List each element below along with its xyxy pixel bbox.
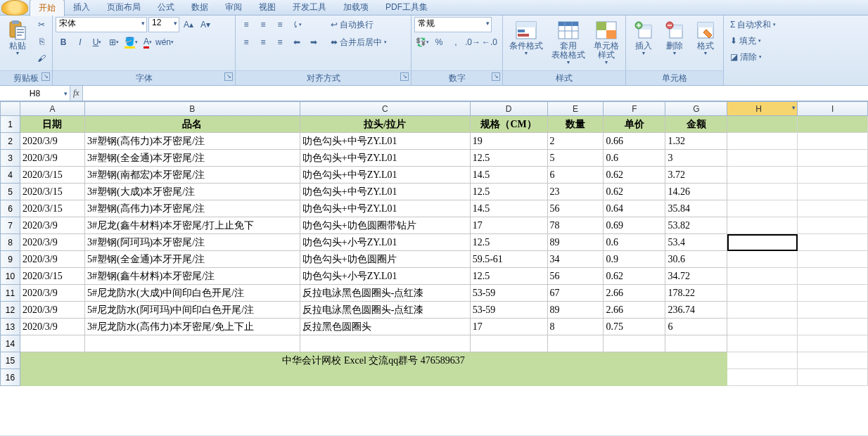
data-cell[interactable]: 12.5 <box>470 268 547 285</box>
data-cell[interactable]: 0.69 <box>604 217 665 234</box>
data-cell[interactable]: 12.5 <box>470 150 547 167</box>
data-cell[interactable]: 叻色勾头+小号ZY.L01 <box>300 268 470 285</box>
data-cell[interactable]: 6 <box>547 167 604 184</box>
cell[interactable] <box>84 335 300 352</box>
cell[interactable] <box>470 335 547 352</box>
decrease-decimal-button[interactable]: ←.0 <box>482 34 497 50</box>
data-cell[interactable]: 89 <box>547 302 604 319</box>
data-cell[interactable]: 89 <box>547 234 604 251</box>
data-cell[interactable]: 叻色勾头+中号ZY.L01 <box>300 167 470 184</box>
delete-cells-button[interactable]: 删除▼ <box>660 17 689 58</box>
data-cell[interactable]: 17 <box>470 217 547 234</box>
data-cell[interactable]: 34.72 <box>665 268 727 285</box>
cell[interactable] <box>798 133 868 150</box>
data-cell[interactable]: 14.26 <box>665 184 727 200</box>
cell[interactable] <box>727 352 798 369</box>
cell[interactable] <box>798 285 868 302</box>
row-header-3[interactable]: 3 <box>1 150 20 167</box>
data-cell[interactable]: 叻色勾头+叻色圆圈片 <box>300 251 470 268</box>
data-cell[interactable]: 2020/3/15 <box>20 167 84 184</box>
cell[interactable] <box>798 319 868 335</box>
data-cell[interactable]: 12.5 <box>470 234 547 251</box>
align-left-button[interactable]: ≡ <box>238 34 254 50</box>
increase-decimal-button[interactable]: .0→ <box>465 34 480 50</box>
data-cell[interactable]: 3.72 <box>665 167 727 184</box>
cell[interactable] <box>547 335 604 352</box>
cell[interactable] <box>727 335 798 352</box>
data-cell[interactable]: 19 <box>470 133 547 150</box>
italic-button[interactable]: I <box>72 34 88 50</box>
orientation-button[interactable]: ⤹▾ <box>289 17 305 32</box>
fill-button[interactable]: ⬇填充▾ <box>727 33 765 49</box>
row-header-12[interactable]: 12 <box>1 302 20 319</box>
header-cell[interactable]: 单价 <box>604 116 665 133</box>
align-middle-button[interactable]: ≡ <box>255 17 271 32</box>
row-header-9[interactable]: 9 <box>1 251 20 268</box>
phonetic-button[interactable]: wén▾ <box>157 34 172 50</box>
data-cell[interactable]: 3#塑钢(阿珂玛)本牙密尾/注 <box>84 234 300 251</box>
data-cell[interactable]: 6 <box>665 319 727 335</box>
header-cell[interactable]: 金额 <box>665 116 727 133</box>
data-cell[interactable]: 叻色勾头+中号ZY.L01 <box>300 133 470 150</box>
cell[interactable] <box>727 133 798 150</box>
header-cell[interactable]: 规格（CM） <box>470 116 547 133</box>
col-header-D[interactable]: D <box>470 102 547 116</box>
data-cell[interactable]: 14.5 <box>470 200 547 217</box>
data-cell[interactable]: 反拉电泳黑色圆圈头-点红漆 <box>300 302 470 319</box>
col-header-I[interactable]: I <box>798 102 868 116</box>
bold-button[interactable]: B <box>56 34 71 50</box>
data-cell[interactable]: 0.6 <box>604 234 665 251</box>
insert-cells-button[interactable]: 插入▼ <box>629 17 658 58</box>
data-cell[interactable]: 3 <box>665 150 727 167</box>
data-cell[interactable]: 3#尼龙(鑫牛材料)本牙密尾/打上止免下 <box>84 217 300 234</box>
row-header-15[interactable]: 15 <box>1 352 20 369</box>
data-cell[interactable]: 178.22 <box>665 285 727 302</box>
format-cells-button[interactable]: 格式▼ <box>691 17 720 58</box>
data-cell[interactable]: 2020/3/9 <box>20 150 84 167</box>
header-cell[interactable]: 品名 <box>84 116 300 133</box>
cell[interactable] <box>727 234 798 251</box>
data-cell[interactable]: 3#塑钢(鑫牛材料)本牙密尾/注 <box>84 268 300 285</box>
data-cell[interactable]: 8 <box>547 319 604 335</box>
font-size-select[interactable]: 12 <box>148 17 179 32</box>
data-cell[interactable]: 3#尼龙防水(高伟力)本牙密尾/免上下止 <box>84 319 300 335</box>
data-cell[interactable]: 叻色勾头+小号ZY.L01 <box>300 234 470 251</box>
data-cell[interactable]: 3#塑钢(高伟力)本牙密尾/注 <box>84 133 300 150</box>
data-cell[interactable]: 0.62 <box>604 167 665 184</box>
col-header-A[interactable]: A <box>20 102 84 116</box>
data-cell[interactable]: 53-59 <box>470 285 547 302</box>
row-header-1[interactable]: 1 <box>1 116 20 133</box>
tab-开始[interactable]: 开始 <box>30 0 65 16</box>
cell[interactable] <box>727 268 798 285</box>
data-cell[interactable]: 2020/3/9 <box>20 234 84 251</box>
fx-icon[interactable]: fx <box>73 88 79 98</box>
table-format-button[interactable]: 套用 表格格式▼ <box>548 17 589 67</box>
cell[interactable] <box>300 369 470 386</box>
tab-审阅[interactable]: 审阅 <box>217 0 250 15</box>
clear-button[interactable]: ◪清除▾ <box>727 49 765 65</box>
col-header-F[interactable]: F <box>604 102 665 116</box>
data-cell[interactable]: 反拉电泳黑色圆圈头-点红漆 <box>300 285 470 302</box>
shrink-font-button[interactable]: A▾ <box>198 17 213 32</box>
tab-数据[interactable]: 数据 <box>183 0 217 15</box>
data-cell[interactable]: 0.9 <box>604 251 665 268</box>
select-all-corner[interactable] <box>1 102 20 116</box>
data-cell[interactable]: 35.84 <box>665 200 727 217</box>
data-cell[interactable]: 5 <box>547 150 604 167</box>
data-cell[interactable]: 反拉黑色圆圈头 <box>300 319 470 335</box>
percent-button[interactable]: % <box>431 34 447 50</box>
cell[interactable] <box>798 150 868 167</box>
cell[interactable] <box>798 217 868 234</box>
data-cell[interactable]: 3#塑钢(高伟力)本牙密尾/注 <box>84 200 300 217</box>
border-button[interactable]: ⊞▾ <box>106 34 122 50</box>
cell[interactable] <box>727 217 798 234</box>
cell[interactable] <box>727 184 798 200</box>
tab-页面布局[interactable]: 页面布局 <box>98 0 149 15</box>
formula-input[interactable] <box>83 86 868 101</box>
autosum-button[interactable]: Σ自动求和▾ <box>727 17 779 32</box>
tab-视图[interactable]: 视图 <box>250 0 284 15</box>
align-right-button[interactable]: ≡ <box>272 34 288 50</box>
dialog-launcher[interactable]: ↘ <box>492 72 500 81</box>
underline-button[interactable]: U▾ <box>89 34 105 50</box>
data-cell[interactable]: 59.5-61 <box>470 251 547 268</box>
